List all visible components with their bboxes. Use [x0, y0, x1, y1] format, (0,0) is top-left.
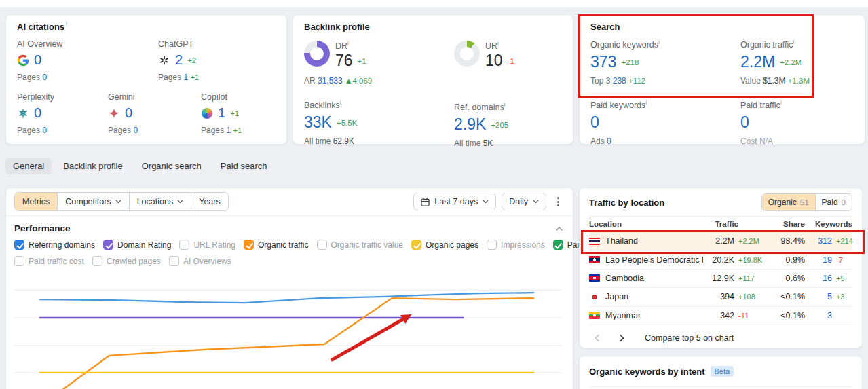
paid-keywords-value[interactable]: 0 — [590, 113, 599, 132]
metrics-button[interactable]: Metrics — [15, 193, 58, 210]
paid-traffic-value[interactable]: 0 — [740, 113, 749, 132]
checkbox-impressions[interactable]: Impressions — [487, 240, 545, 250]
table-row-cambodia[interactable]: Cambodia 12.9K+117 0.6% 16+5 — [589, 270, 852, 288]
date-range-button[interactable]: Last 7 days — [413, 193, 496, 210]
checkbox-crawled-pages[interactable]: Crawled pages — [92, 256, 161, 266]
tab-organic-search[interactable]: Organic search — [134, 158, 209, 174]
checkbox-label: Crawled pages — [107, 257, 161, 266]
ref-domains-value[interactable]: 2.9K — [454, 115, 486, 134]
top3-delta: +112 — [628, 77, 645, 85]
flag-cambodia-icon — [589, 274, 600, 282]
metric-value[interactable]: 2 — [175, 52, 183, 68]
checkbox-organic-traffic-value[interactable]: Organic traffic value — [317, 240, 404, 250]
checkbox-ai-overviews[interactable]: AI Overviews — [169, 256, 231, 266]
checkbox-box[interactable] — [553, 240, 563, 250]
performance-chart[interactable] — [12, 272, 568, 389]
traffic-by-location-title: Traffic by location — [589, 198, 664, 208]
ar-value[interactable]: 31,533 — [318, 76, 343, 86]
compare-top5-link[interactable]: Compare top 5 on chart — [645, 333, 734, 343]
info-icon[interactable]: i — [340, 99, 341, 106]
col-keywords: Keywords — [805, 220, 852, 228]
prev-page-button[interactable] — [589, 333, 605, 344]
organic-count: 51 — [800, 198, 809, 206]
value-label: Value — [740, 76, 761, 86]
checkbox-domain-rating[interactable]: Domain Rating — [103, 240, 171, 250]
table-row-thailand[interactable]: Thailand 2.2M+2.2M 98.4% 312+214 — [589, 232, 852, 251]
checkbox-box[interactable] — [487, 240, 497, 250]
ref-domains-label: Ref. domains — [454, 103, 504, 112]
metric-value[interactable]: 0 — [34, 105, 41, 121]
checkbox-organic-pages[interactable]: Organic pages — [411, 240, 478, 250]
search-card: Search Organic keywordsi 373+218 Top 3 2… — [579, 14, 865, 145]
pages-value[interactable]: 0 — [42, 126, 47, 135]
beta-badge: Beta — [711, 366, 734, 377]
table-row-laos[interactable]: Lao People's Democratic Republic 20.2K+1… — [589, 251, 852, 269]
keywords-value[interactable]: 3 — [805, 311, 832, 320]
competitors-button[interactable]: Competitors — [58, 193, 129, 210]
organic-keywords-value[interactable]: 373 — [590, 53, 616, 71]
table-row-japan[interactable]: Japan 394+108 <0.1% 5+3 — [589, 288, 852, 306]
alltime-value: 5K — [483, 138, 493, 148]
checkbox-box[interactable] — [244, 240, 254, 250]
checkbox-box[interactable] — [317, 240, 327, 250]
tab-general[interactable]: General — [5, 158, 52, 174]
checkbox-url-rating[interactable]: URL Rating — [179, 240, 235, 250]
keywords-by-intent-title: Organic keywords by intent — [589, 367, 705, 377]
traffic-delta: +117 — [738, 274, 768, 282]
organic-toggle[interactable]: Organic51 — [762, 194, 816, 210]
more-options-button[interactable] — [552, 193, 565, 210]
checkbox-organic-traffic[interactable]: Organic traffic — [244, 240, 308, 250]
backlinks-value[interactable]: 33K — [304, 113, 332, 132]
tab-backlink-profile[interactable]: Backlink profile — [56, 158, 130, 174]
keywords-value[interactable]: 5 — [805, 292, 832, 301]
checkbox-box[interactable] — [179, 240, 189, 250]
tab-paid-search[interactable]: Paid search — [213, 158, 275, 174]
checkbox-box[interactable] — [14, 256, 24, 266]
keywords-value[interactable]: 19 — [805, 255, 832, 265]
table-row-myanmar[interactable]: Myanmar 342-11 <0.1% 3 — [589, 307, 852, 325]
checkbox-referring-domains[interactable]: Referring domains — [14, 240, 95, 250]
checkbox-box[interactable] — [411, 240, 421, 250]
metric-label: Perplexity — [17, 92, 108, 102]
info-icon[interactable]: i — [793, 39, 795, 45]
checkbox-box[interactable] — [103, 240, 113, 250]
checkbox-paid-traffic-cost[interactable]: Paid traffic cost — [14, 256, 84, 266]
info-icon[interactable]: i — [504, 101, 506, 108]
keywords-value[interactable]: 312 — [805, 236, 832, 246]
checkbox-box[interactable] — [169, 256, 179, 266]
years-button[interactable]: Years — [191, 193, 228, 210]
info-icon[interactable]: i — [66, 20, 67, 26]
info-icon[interactable]: i — [658, 39, 660, 45]
metric-value[interactable]: 0 — [125, 105, 132, 121]
years-label: Years — [199, 197, 221, 206]
dr-donut — [304, 41, 330, 67]
performance-title: Performance — [14, 223, 71, 234]
next-page-button[interactable] — [614, 333, 630, 344]
summary-cards-row: AI citations i AI Overview 0 Pages 0 — [5, 14, 865, 145]
ads-value[interactable]: 0 — [607, 136, 611, 146]
checkbox-label: Domain Rating — [117, 240, 171, 250]
collapse-chevron-up-icon[interactable] — [555, 226, 563, 231]
metric-value[interactable]: 0 — [34, 52, 41, 68]
pages-value[interactable]: 1 — [183, 73, 188, 82]
info-icon[interactable]: i — [780, 99, 782, 106]
info-icon[interactable]: i — [497, 40, 499, 47]
pages-value[interactable]: 0 — [42, 73, 47, 82]
keywords-value[interactable]: 16 — [805, 274, 832, 283]
info-icon[interactable]: i — [645, 99, 647, 106]
top3-value[interactable]: 238 — [613, 76, 626, 86]
pages-value[interactable]: 0 — [133, 126, 138, 135]
granularity-button[interactable]: Daily — [502, 193, 546, 210]
organic-traffic-value[interactable]: 2.2M — [740, 53, 775, 71]
perplexity-block: Perplexity 0 Pages 0 — [17, 92, 108, 135]
paid-toggle[interactable]: Paid0 — [816, 194, 852, 210]
checkbox-box[interactable] — [92, 256, 102, 266]
metric-value[interactable]: 1 — [218, 105, 225, 121]
date-range-label: Last 7 days — [434, 197, 478, 206]
paid-traffic-label: Paid traffic — [740, 100, 780, 110]
checkbox-box[interactable] — [14, 240, 24, 250]
traffic-value: 12.9K — [703, 274, 734, 283]
locations-button[interactable]: Locations — [130, 193, 192, 210]
info-icon[interactable]: i — [347, 40, 349, 47]
pages-value[interactable]: 1 — [226, 126, 231, 135]
